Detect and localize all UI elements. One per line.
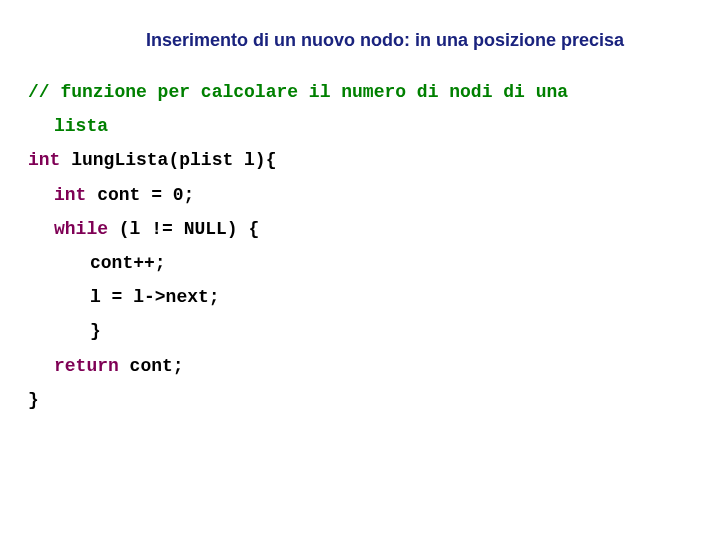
comment-text-cont: lista [54,116,108,136]
keyword-while: while [54,219,108,239]
brace-close-outer: } [28,390,39,410]
slide-title: Inserimento di un nuovo nodo: in una pos… [28,30,692,51]
while-rest: (l != NULL) { [108,219,259,239]
code-line-fn-decl: int lungLista(plist l){ [28,143,692,177]
stmt-next: l = l->next; [90,287,220,307]
code-line-close-brace-inner: } [28,314,692,348]
slide: Inserimento di un nuovo nodo: in una pos… [0,0,720,540]
code-line-return: return cont; [28,349,692,383]
code-line-inc: cont++; [28,246,692,280]
code-line-comment-cont: lista [28,109,692,143]
code-line-while: while (l != NULL) { [28,212,692,246]
keyword-int: int [54,185,86,205]
stmt-inc: cont++; [90,253,166,273]
code-line-var-decl: int cont = 0; [28,178,692,212]
comment-text: // funzione per calcolare il numero di n… [28,82,568,102]
fn-decl-rest: lungLista(plist l){ [60,150,276,170]
var-decl-rest: cont = 0; [86,185,194,205]
code-line-next: l = l->next; [28,280,692,314]
return-rest: cont; [119,356,184,376]
keyword-int: int [28,150,60,170]
keyword-return: return [54,356,119,376]
code-line-close-brace-outer: } [28,383,692,417]
code-block: // funzione per calcolare il numero di n… [28,75,692,417]
brace-close: } [90,321,101,341]
code-line-comment: // funzione per calcolare il numero di n… [28,75,692,109]
